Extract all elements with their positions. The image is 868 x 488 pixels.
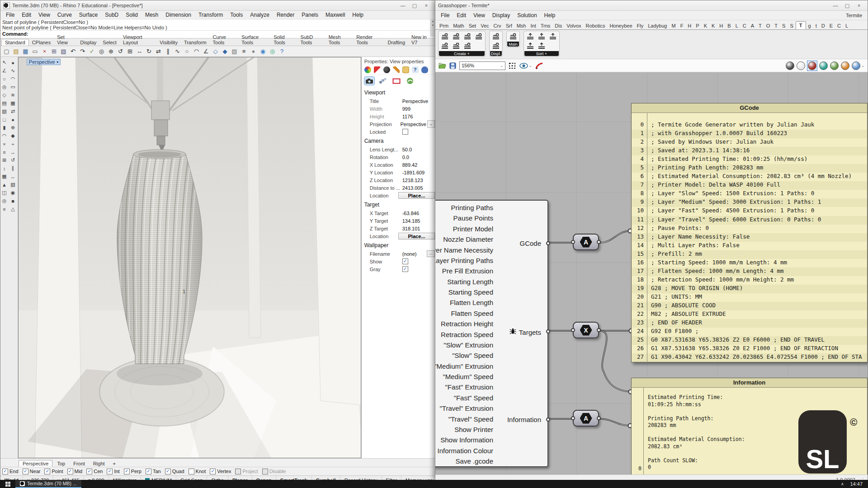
- menu-tools[interactable]: Tools: [226, 11, 246, 19]
- polygon-tool-icon[interactable]: ◇: [0, 91, 8, 99]
- component-output-information[interactable]: Information: [507, 416, 541, 423]
- preview-blue-icon[interactable]: ⌄: [852, 61, 864, 70]
- open-folder-icon[interactable]: [439, 62, 446, 69]
- gh-tab-h-17[interactable]: H: [685, 22, 693, 29]
- menu-edit[interactable]: Edit: [18, 11, 35, 19]
- mirror-tool-icon[interactable]: ∥: [9, 164, 17, 172]
- palette-component-icon[interactable]: [491, 42, 501, 51]
- osnap-project[interactable]: Project: [235, 469, 258, 474]
- checkbox[interactable]: ✓: [210, 469, 216, 474]
- save-icon[interactable]: [449, 62, 456, 69]
- gh-tab-m-15[interactable]: M: [669, 22, 678, 29]
- viewport-tab-right[interactable]: Right: [90, 460, 108, 467]
- toolbar-tab-drafting[interactable]: Drafting: [385, 39, 409, 46]
- component-input-printing-paths[interactable]: Printing Paths: [451, 204, 493, 211]
- surface-tool-icon[interactable]: ▤: [0, 99, 8, 107]
- param-capsule-a1[interactable]: A: [573, 234, 599, 250]
- world-icon[interactable]: ◎: [268, 47, 277, 56]
- gh-tab-honeybee-12[interactable]: Honeybee: [607, 22, 634, 29]
- palette-component-icon[interactable]: [451, 32, 462, 41]
- rectangle-tool-icon[interactable]: ▭: [9, 83, 17, 91]
- grasshopper-canvas[interactable]: Printing PathsPause PointsPrinter ModelN…: [435, 72, 868, 474]
- component-input-save-gcode[interactable]: Save .gcode: [456, 458, 493, 465]
- component-input-starting-speed[interactable]: Starting Speed: [448, 289, 493, 296]
- rhino-command-history[interactable]: Start of polyline ( PersistentClose=No )…: [0, 19, 435, 31]
- viewport-label[interactable]: Perspective ▾: [27, 59, 61, 65]
- gh-tab-a-25[interactable]: A: [749, 22, 756, 29]
- frame-icon[interactable]: [392, 77, 401, 85]
- place-button[interactable]: Place...: [398, 233, 435, 239]
- toolbar-tab-subd-tools[interactable]: SubD Tools: [297, 34, 326, 46]
- solid-icon[interactable]: ◆: [221, 47, 229, 56]
- camera-tab-icon[interactable]: [364, 77, 374, 85]
- component-input-retraction-speed[interactable]: Retraction Speed: [441, 331, 493, 338]
- component-input--medium-extrusion[interactable]: "Medium" Extrusion: [435, 363, 493, 370]
- open-file-icon[interactable]: ▤: [12, 47, 20, 56]
- start-button[interactable]: [0, 480, 15, 488]
- add-viewport-icon[interactable]: +: [109, 460, 119, 467]
- browse-button[interactable]: ...: [427, 250, 435, 257]
- dim-tool-icon[interactable]: ↔: [9, 173, 17, 180]
- four-view-icon[interactable]: ⊞: [126, 47, 134, 56]
- gh-tab-msh-6[interactable]: Msh: [514, 22, 528, 29]
- scale-icon[interactable]: ⇄: [154, 47, 163, 56]
- component-input--slow-extrusion[interactable]: "Slow" Extrusion: [443, 342, 493, 348]
- curve-tool-icon[interactable]: ∿: [9, 67, 17, 75]
- component-input--fast-speed[interactable]: "Fast" Speed: [454, 394, 493, 401]
- gh-tab-t-31[interactable]: T: [796, 21, 806, 29]
- osnap-cen[interactable]: ✓Cen: [86, 469, 103, 474]
- analyze-tool-icon[interactable]: △: [9, 205, 17, 213]
- zoom-icon[interactable]: ◎: [97, 47, 106, 56]
- pencil-tab-icon[interactable]: [393, 66, 400, 73]
- toolbar-tab-mesh-tools[interactable]: Mesh Tools: [326, 34, 354, 46]
- menu-subd[interactable]: SubD: [101, 11, 122, 19]
- mesh-icon[interactable]: ▧: [230, 47, 239, 56]
- osnap-vertex[interactable]: ✓Vertex: [210, 469, 231, 474]
- pan-icon[interactable]: ✓: [88, 47, 96, 56]
- scale-tool-icon[interactable]: ↕: [0, 164, 8, 172]
- print-icon[interactable]: ▭: [31, 47, 39, 56]
- property-value[interactable]: 2413.005: [402, 185, 435, 191]
- component-input-information-colour[interactable]: Information Colour: [438, 447, 493, 454]
- property-value[interactable]: -1891.609: [402, 170, 435, 175]
- palette-component-icon[interactable]: [462, 32, 473, 41]
- gh-tab-h-21[interactable]: H: [717, 22, 725, 29]
- select-tool-icon[interactable]: ↖: [0, 59, 8, 66]
- maximize-icon[interactable]: ▢: [841, 1, 853, 10]
- gh-tab-robotics-11[interactable]: Robotics: [584, 22, 608, 29]
- component-input--fast-extrusion[interactable]: "Fast" Extrusion: [445, 384, 493, 390]
- gh-tab-k-20[interactable]: K: [709, 22, 717, 29]
- component-input-starting-length[interactable]: Starting Length: [447, 278, 493, 285]
- component-input--travel-speed[interactable]: "Travel" Speed: [448, 416, 493, 422]
- mirror-icon[interactable]: ∥: [164, 47, 172, 56]
- trim-tool-icon[interactable]: ×: [0, 140, 8, 148]
- material-tab-icon[interactable]: [374, 66, 381, 73]
- gh-tab-trns-8[interactable]: Trns: [538, 22, 553, 29]
- palette-component-icon[interactable]: [525, 32, 536, 41]
- gcode-panel[interactable]: GCode 0; Termite Gcode Generator written…: [631, 103, 868, 362]
- gh-tab-s-29[interactable]: S: [780, 22, 788, 29]
- toolbar-tab-curve-tools[interactable]: Curve Tools: [210, 34, 239, 46]
- palette-component-icon[interactable]: [451, 42, 462, 51]
- property-value[interactable]: 889.42: [402, 162, 435, 168]
- palette-component-icon[interactable]: [439, 42, 450, 51]
- menu-panels[interactable]: Panels: [298, 11, 322, 19]
- property-value[interactable]: 999: [402, 106, 435, 112]
- property-value[interactable]: 0.0: [402, 155, 435, 160]
- ellipse-tool-icon[interactable]: ◎: [0, 83, 8, 91]
- checkbox[interactable]: ✓: [23, 469, 28, 474]
- gh-tab-s-30[interactable]: S: [788, 22, 795, 29]
- param-capsule-x[interactable]: X: [573, 322, 599, 338]
- osnap-int[interactable]: ✓Int: [107, 469, 119, 474]
- cut-icon[interactable]: ×: [40, 47, 49, 56]
- checkbox[interactable]: ✓: [2, 469, 8, 474]
- checkbox[interactable]: ✓: [107, 469, 113, 474]
- toolbar-tab-viewport-layout[interactable]: Viewport Layout: [120, 34, 156, 46]
- fillet-tool-icon[interactable]: ◠: [0, 132, 8, 140]
- viewport-tab-top[interactable]: Top: [53, 460, 69, 467]
- property-value[interactable]: 1176: [402, 114, 435, 119]
- component-input-pre-fill-extrusion[interactable]: Pre Fill Extrusion: [442, 267, 493, 274]
- undo-icon[interactable]: ↶: [69, 47, 77, 56]
- checkbox[interactable]: ✓: [402, 258, 408, 264]
- osnap-end[interactable]: ✓End: [2, 469, 19, 474]
